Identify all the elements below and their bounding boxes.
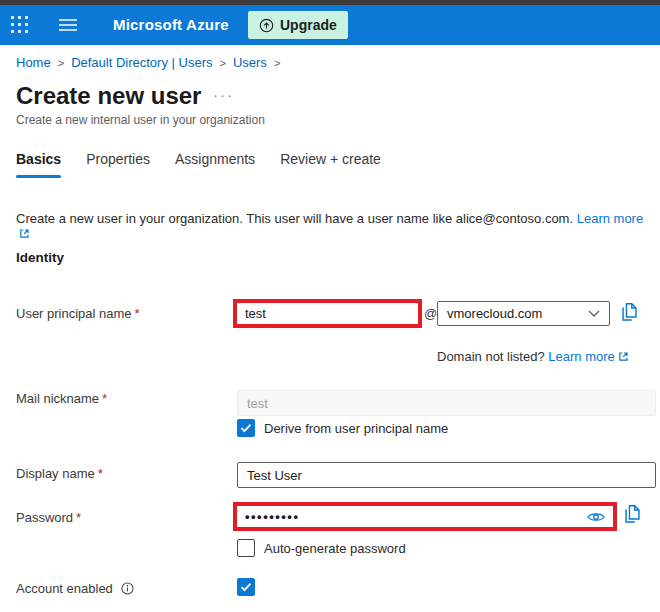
domain-select[interactable]: vmorecloud.com (437, 301, 610, 326)
page-subtitle: Create a new internal user in your organ… (16, 113, 265, 127)
autogen-checkbox[interactable] (237, 539, 255, 557)
more-options-ellipsis[interactable]: ··· (213, 86, 234, 103)
identity-section-heading: Identity (16, 250, 64, 265)
show-password-eye-icon[interactable] (587, 511, 613, 523)
required-asterisk: * (76, 510, 81, 525)
breadcrumb-separator: > (274, 57, 280, 69)
tab-review-create[interactable]: Review + create (280, 151, 381, 178)
password-label: Password* (16, 510, 81, 525)
at-symbol: @ (424, 306, 437, 321)
breadcrumb: Home > Default Directory | Users > Users… (16, 55, 287, 70)
external-link-icon (618, 350, 629, 365)
password-annotation-red-box (233, 502, 617, 531)
app-launcher-icon[interactable] (11, 16, 29, 34)
derive-checkbox-label: Derive from user principal name (264, 421, 448, 436)
info-icon[interactable] (121, 582, 134, 595)
azure-create-user-page: Microsoft Azure Upgrade Home > Default D… (0, 0, 660, 612)
domain-select-value: vmorecloud.com (447, 306, 542, 321)
mail-nickname-input (237, 390, 656, 416)
upgrade-label: Upgrade (280, 17, 337, 33)
account-enabled-checkbox-row (237, 578, 255, 596)
intro-learn-more-link[interactable]: Learn more (577, 211, 643, 226)
tab-basics[interactable]: Basics (16, 151, 61, 178)
azure-top-bar: Microsoft Azure Upgrade (0, 5, 660, 45)
upn-input[interactable] (237, 303, 418, 324)
copy-upn-icon[interactable] (621, 302, 638, 322)
derive-checkbox-row: Derive from user principal name (237, 419, 448, 437)
breadcrumb-separator: > (58, 57, 64, 69)
page-title: Create new user (16, 82, 201, 110)
display-name-label: Display name* (16, 466, 103, 481)
wizard-tabs: Basics Properties Assignments Review + c… (16, 151, 381, 178)
required-asterisk: * (102, 391, 107, 406)
mail-nickname-label: Mail nickname* (16, 391, 107, 406)
required-asterisk: * (98, 466, 103, 481)
breadcrumb-home[interactable]: Home (16, 55, 51, 70)
intro-text: Create a new user in your organization. … (16, 211, 650, 242)
account-enabled-checkbox[interactable] (237, 578, 255, 596)
upgrade-button[interactable]: Upgrade (248, 11, 348, 39)
intro-description: Create a new user in your organization. … (16, 211, 573, 226)
autogen-checkbox-label: Auto-generate password (264, 541, 406, 556)
account-enabled-label: Account enabled (16, 581, 134, 596)
breadcrumb-separator: > (219, 57, 225, 69)
upgrade-arrow-icon (259, 18, 274, 33)
required-asterisk: * (135, 306, 140, 321)
domain-help: Domain not listed? Learn more (437, 349, 629, 365)
tab-assignments[interactable]: Assignments (175, 151, 255, 178)
brand-title: Microsoft Azure (113, 5, 229, 45)
hamburger-menu-icon[interactable] (59, 19, 77, 31)
chevron-down-icon (588, 310, 600, 317)
external-link-icon (19, 227, 30, 242)
password-input[interactable] (237, 506, 587, 527)
breadcrumb-users[interactable]: Users (233, 55, 267, 70)
domain-learn-more-link[interactable]: Learn more (548, 349, 614, 364)
autogen-checkbox-row: Auto-generate password (237, 539, 406, 557)
display-name-input[interactable] (237, 462, 656, 488)
upn-label: User principal name* (16, 306, 140, 321)
upn-annotation-red-box (233, 299, 422, 328)
copy-password-icon[interactable] (624, 504, 641, 524)
breadcrumb-directory-users[interactable]: Default Directory | Users (71, 55, 212, 70)
derive-checkbox[interactable] (237, 419, 255, 437)
domain-help-text: Domain not listed? (437, 349, 545, 364)
tab-properties[interactable]: Properties (86, 151, 150, 178)
